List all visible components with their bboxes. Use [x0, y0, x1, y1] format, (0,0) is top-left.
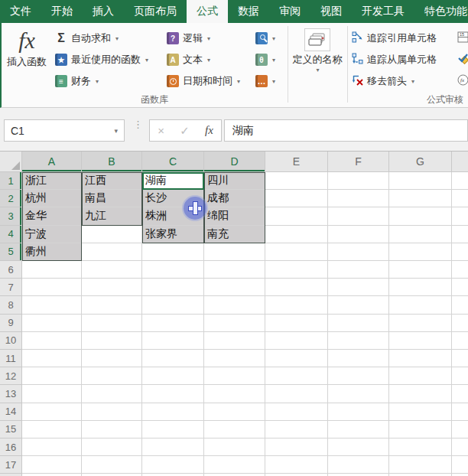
cell-F17[interactable]	[328, 456, 389, 474]
row-header-13[interactable]: 13	[0, 385, 22, 403]
row-header-3[interactable]: 3	[0, 207, 22, 225]
library-button-book-question[interactable]: ?逻辑▾	[167, 29, 210, 47]
cell-C9[interactable]	[142, 315, 204, 332]
cell-G16[interactable]	[389, 439, 452, 456]
cell-D15[interactable]	[204, 421, 265, 439]
insert-function-button[interactable]: fx 插入函数	[3, 28, 50, 69]
cell-D16[interactable]	[204, 439, 265, 456]
ribbon-tab-7[interactable]: 审阅	[269, 0, 310, 23]
cell-A14[interactable]	[22, 403, 82, 421]
column-header-B[interactable]: B	[82, 152, 142, 172]
library-button-book-more[interactable]: …▾	[255, 72, 275, 90]
cell-A1[interactable]: 浙江	[22, 172, 82, 190]
cell-E16[interactable]	[265, 439, 328, 456]
cell-E15[interactable]	[265, 421, 328, 439]
cell-E13[interactable]	[265, 385, 328, 403]
row-header-8[interactable]: 8	[0, 296, 22, 314]
row-header-16[interactable]: 16	[0, 439, 22, 456]
row-header-7[interactable]: 7	[0, 279, 22, 296]
cell-A9[interactable]	[22, 315, 82, 332]
name-box[interactable]: C1 ▾	[4, 119, 125, 142]
cell-D8[interactable]	[204, 296, 265, 314]
cell-G17[interactable]	[389, 456, 452, 474]
auditing-edge-button-3[interactable]: fx	[457, 72, 468, 90]
cell-F8[interactable]	[328, 296, 389, 314]
cell-partial-8[interactable]	[452, 296, 468, 314]
cell-B6[interactable]	[82, 261, 142, 279]
cell-G2[interactable]	[389, 190, 452, 207]
cell-G3[interactable]	[389, 207, 452, 225]
defined-names-button[interactable]: 定义的名称 ▾	[292, 28, 343, 73]
cell-F13[interactable]	[328, 385, 389, 403]
select-all-corner[interactable]	[0, 152, 22, 172]
cell-E10[interactable]	[265, 332, 328, 350]
cell-E11[interactable]	[265, 350, 328, 367]
cell-D11[interactable]	[204, 350, 265, 367]
cell-E14[interactable]	[265, 403, 328, 421]
cell-D2[interactable]: 成都	[204, 190, 265, 207]
cell-C4[interactable]: 张家界	[142, 226, 204, 243]
auditing-edge-button-1[interactable]: 15	[457, 29, 468, 47]
cell-C16[interactable]	[142, 439, 204, 456]
cell-E5[interactable]	[265, 243, 328, 261]
cell-partial-5[interactable]	[452, 243, 468, 261]
cell-F12[interactable]	[328, 367, 389, 385]
cell-G13[interactable]	[389, 385, 452, 403]
cell-partial-13[interactable]	[452, 385, 468, 403]
cell-F15[interactable]	[328, 421, 389, 439]
ribbon-tab-9[interactable]: 开发工具	[352, 0, 414, 23]
auditing-button-2[interactable]: 追踪从属单元格	[352, 51, 437, 69]
cell-C15[interactable]	[142, 421, 204, 439]
ribbon-tab-4[interactable]: 页面布局	[124, 0, 187, 23]
cell-partial-10[interactable]	[452, 332, 468, 350]
auditing-button-1[interactable]: 追踪引用单元格	[352, 29, 437, 47]
cell-partial-9[interactable]	[452, 315, 468, 332]
cell-D1[interactable]: 四川	[204, 172, 265, 190]
library-button-book-lookup[interactable]: ▾	[255, 29, 275, 47]
cell-B1[interactable]: 江西	[82, 172, 142, 190]
cell-partial-12[interactable]	[452, 367, 468, 385]
ribbon-tab-5[interactable]: 公式	[187, 0, 228, 23]
cell-G9[interactable]	[389, 315, 452, 332]
cell-A10[interactable]	[22, 332, 82, 350]
cell-F11[interactable]	[328, 350, 389, 367]
cell-G6[interactable]	[389, 261, 452, 279]
cell-C2[interactable]: 长沙	[142, 190, 204, 207]
row-header-2[interactable]: 2	[0, 190, 22, 207]
formula-bar-resize-handle[interactable]: ⋮	[133, 122, 143, 128]
cell-E8[interactable]	[265, 296, 328, 314]
cancel-button[interactable]: ×	[158, 124, 164, 137]
cell-partial-17[interactable]	[452, 456, 468, 474]
cell-G14[interactable]	[389, 403, 452, 421]
cell-E4[interactable]	[265, 226, 328, 243]
cell-A6[interactable]	[22, 261, 82, 279]
cell-G15[interactable]	[389, 421, 452, 439]
cell-F16[interactable]	[328, 439, 389, 456]
cell-A11[interactable]	[22, 350, 82, 367]
column-header-C[interactable]: C	[142, 152, 204, 172]
cell-A16[interactable]	[22, 439, 82, 456]
row-header-4[interactable]: 4	[0, 226, 22, 243]
cell-D6[interactable]	[204, 261, 265, 279]
cell-B9[interactable]	[82, 315, 142, 332]
cell-F5[interactable]	[328, 243, 389, 261]
cell-B12[interactable]	[82, 367, 142, 385]
cell-A13[interactable]	[22, 385, 82, 403]
insert-function-fx-button[interactable]: fx	[205, 124, 213, 137]
row-header-12[interactable]: 12	[0, 367, 22, 385]
cell-B2[interactable]: 南昌	[82, 190, 142, 207]
column-header-G[interactable]: G	[389, 152, 452, 172]
cell-C12[interactable]	[142, 367, 204, 385]
cell-F7[interactable]	[328, 279, 389, 296]
cell-B15[interactable]	[82, 421, 142, 439]
cell-D17[interactable]	[204, 456, 265, 474]
cell-partial-11[interactable]	[452, 350, 468, 367]
cell-partial-16[interactable]	[452, 439, 468, 456]
cell-A17[interactable]	[22, 456, 82, 474]
column-header-F[interactable]: F	[328, 152, 389, 172]
cell-G12[interactable]	[389, 367, 452, 385]
cell-B14[interactable]	[82, 403, 142, 421]
cell-F1[interactable]	[328, 172, 389, 190]
cell-partial-1[interactable]	[452, 172, 468, 190]
cell-partial-4[interactable]	[452, 226, 468, 243]
